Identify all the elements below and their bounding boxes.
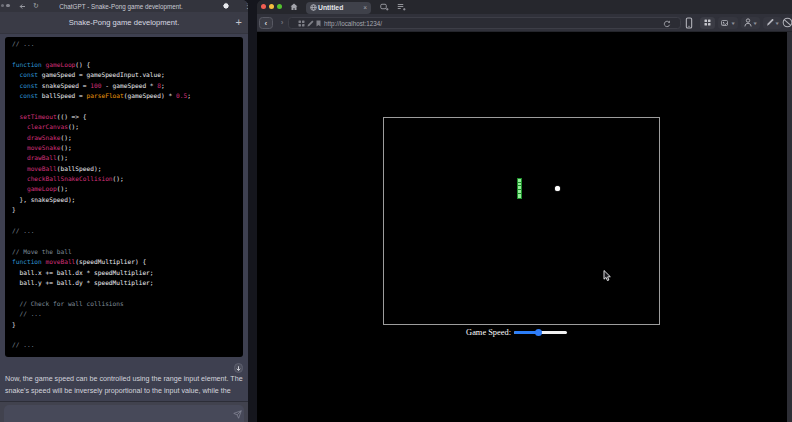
code-token: ballSpeed = <box>38 92 86 99</box>
mobile-device-icon[interactable] <box>685 17 693 29</box>
code-token: (); <box>68 123 79 130</box>
code-line: function gameLoop() { <box>12 60 243 70</box>
code-line: const gameSpeed = gameSpeedInput.value; <box>12 70 243 80</box>
game-speed-label: Game Speed: <box>466 327 511 339</box>
browser-toolbar: ‹ › http://localhost:1234/ ▾ <box>257 14 792 32</box>
code-token: // Move the ball <box>12 248 72 255</box>
code-line: function moveBall(speedMultiplier) { <box>12 257 243 267</box>
browser-tab[interactable]: Untitled × <box>306 2 372 14</box>
snake-segment <box>518 194 521 198</box>
chatgpt-titlebar: ↻ ChatGPT - Snake-Pong game development.… <box>0 0 248 12</box>
zoom-window-button[interactable] <box>277 4 282 9</box>
code-line: const snakeSpeed = 100 - gameSpeed * 8; <box>12 81 243 91</box>
code-token: const <box>19 82 38 89</box>
code-token: (speedMultiplier) { <box>75 258 146 265</box>
extensions-grid-icon[interactable] <box>700 17 715 30</box>
code-line: // Move the ball <box>12 247 243 257</box>
bookmark-flag-icon[interactable] <box>315 20 322 27</box>
game-canvas[interactable] <box>383 117 660 325</box>
window-control-dot[interactable] <box>6 4 9 7</box>
code-token: } <box>12 321 16 328</box>
code-token: gameLoop <box>27 185 57 192</box>
tab-list-icon[interactable] <box>397 3 406 11</box>
assistant-message-text: Now, the game speed can be controlled us… <box>5 373 245 398</box>
code-token: // ... <box>19 310 41 317</box>
globe-favicon <box>310 4 317 11</box>
notes-pen-dropdown[interactable]: ▾ <box>763 17 782 30</box>
media-capture-dropdown[interactable]: ▾ <box>718 17 738 30</box>
code-line: }, snakeSpeed); <box>12 195 243 205</box>
code-line <box>12 236 243 246</box>
code-line: checkBallSnakeCollision(); <box>12 174 243 184</box>
code-line: drawBall(); <box>12 153 243 163</box>
code-line: ball.x += ball.dx * speedMultiplier; <box>12 268 243 278</box>
code-line: // ... <box>12 340 243 350</box>
window-control-dot[interactable] <box>1 4 4 7</box>
extensions-puzzle-icon[interactable] <box>223 2 231 10</box>
browser-page: Game Speed: <box>257 32 787 422</box>
code-token: (); <box>113 175 124 182</box>
back-icon[interactable] <box>17 0 27 12</box>
code-token: ball.x += ball.dx * speedMultiplier; <box>12 269 154 276</box>
browser-tab-bar: Untitled × <box>257 0 792 14</box>
code-line: ball.y += ball.dy * speedMultiplier; <box>12 278 243 288</box>
code-token: // Check for wall collisions <box>19 300 123 307</box>
minimize-window-button[interactable] <box>269 4 274 9</box>
code-token: 100 <box>90 82 101 89</box>
new-tab-icon[interactable] <box>380 3 389 11</box>
code-line: gameLoop(); <box>12 184 243 194</box>
tab-close-icon[interactable]: × <box>363 2 367 14</box>
address-bar[interactable]: http://localhost:1234/ <box>288 17 681 30</box>
code-token: () { <box>75 61 90 68</box>
code-token: moveSnake <box>27 144 61 151</box>
message-input[interactable] <box>4 405 244 422</box>
code-line <box>12 216 243 226</box>
code-token: (); <box>60 144 71 151</box>
tab-title: Untitled <box>318 2 343 14</box>
code-token: (); <box>60 134 71 141</box>
chevron-down-icon: ▾ <box>732 20 735 26</box>
slider-thumb[interactable] <box>535 329 543 337</box>
code-token: function <box>12 61 42 68</box>
code-token: checkBallSnakeCollision <box>27 175 113 182</box>
chevron-down-icon: ▾ <box>776 20 779 26</box>
new-chat-button[interactable]: + <box>234 12 244 34</box>
code-token: drawBall <box>27 154 57 161</box>
kebab-menu-icon[interactable]: ⋮ <box>244 0 248 12</box>
composer-footer <box>0 401 248 422</box>
window-title: ChatGPT - Snake-Pong game development. <box>36 0 206 12</box>
code-token: moveBall <box>46 258 76 265</box>
code-token: drawSnake <box>27 134 61 141</box>
code-token: (); <box>57 154 68 161</box>
assistant-message-line: Now, the game speed can be controlled us… <box>5 373 245 385</box>
page-reload-icon[interactable] <box>663 20 671 28</box>
speed-dial-tiles-icon[interactable] <box>298 20 305 27</box>
game-controls-row: Game Speed: <box>257 327 787 339</box>
forward-button[interactable]: › <box>277 17 287 30</box>
code-token: ; <box>161 82 165 89</box>
break-mode-icon[interactable] <box>782 17 792 28</box>
code-line <box>12 330 243 340</box>
url-text[interactable]: http://localhost:1234/ <box>324 18 382 30</box>
chatgpt-window: ↻ ChatGPT - Snake-Pong game development.… <box>0 0 248 422</box>
code-token: ball.y += ball.dy * speedMultiplier; <box>12 279 154 286</box>
code-token: (ballSpeed); <box>57 165 102 172</box>
snake <box>517 178 522 199</box>
code-line: moveBall(ballSpeed); <box>12 164 243 174</box>
edit-url-pencil-icon[interactable] <box>307 20 314 27</box>
code-token: // ... <box>12 227 34 234</box>
scroll-to-bottom-button[interactable] <box>234 363 244 373</box>
code-token <box>12 123 27 130</box>
code-line <box>12 101 243 111</box>
game-speed-slider[interactable] <box>514 329 567 337</box>
browser-window: Untitled × ‹ › http://localhost:1234/ <box>257 0 792 422</box>
close-window-button[interactable] <box>261 4 266 9</box>
code-token: snakeSpeed = <box>38 82 90 89</box>
home-icon[interactable] <box>290 3 298 11</box>
code-line: // ... <box>12 226 243 236</box>
back-button[interactable]: ‹ <box>259 17 273 30</box>
code-line: // Check for wall collisions <box>12 299 243 309</box>
code-token <box>12 154 27 161</box>
profile-dropdown[interactable]: ▾ <box>741 17 760 30</box>
send-icon[interactable] <box>233 410 242 419</box>
